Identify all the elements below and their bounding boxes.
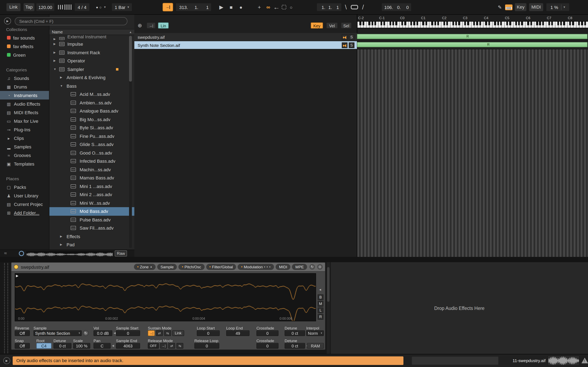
sidebar-item-audio-effects[interactable]: ▥Audio Effects — [0, 100, 49, 108]
browser-row-machin-ss-adv[interactable]: Machin...ss.adv — [49, 165, 134, 174]
black-key[interactable] — [485, 22, 487, 25]
black-key[interactable] — [548, 22, 550, 25]
keyboard-octave-c6[interactable]: C6 — [525, 15, 546, 33]
black-key[interactable] — [497, 22, 499, 25]
stop-button[interactable]: ■ — [227, 3, 235, 11]
octave-keys[interactable] — [483, 21, 504, 28]
sample-start-marker-icon[interactable]: ▶ — [16, 274, 18, 278]
black-key[interactable] — [371, 22, 373, 25]
keyboard-ruler[interactable]: C-2C-1C0C1C2C3C4C5C6C7C8 — [357, 15, 588, 33]
sidebar-item-drums[interactable]: ▦Drums — [0, 82, 49, 91]
position-segment[interactable]: 0. — [394, 5, 401, 9]
warning-triangle-icon[interactable] — [581, 358, 588, 363]
tempo-field[interactable]: 120.00 — [36, 3, 55, 11]
lin-button[interactable]: Lin — [158, 22, 169, 29]
clip-waveform-thumbnail[interactable] — [548, 356, 579, 366]
browser-row-sampler[interactable]: ▼Sampler — [49, 65, 134, 73]
control-value-snap[interactable]: Off — [15, 343, 30, 349]
control-value-scale[interactable]: 100 % — [73, 343, 90, 349]
control-value-sample[interactable]: Synth Note Section▾ — [34, 330, 82, 336]
tab-midi[interactable]: MIDI — [276, 264, 291, 270]
octave-keys[interactable] — [567, 21, 588, 28]
expand-arrow-icon[interactable]: ▶ — [53, 48, 56, 57]
selection-box-icon[interactable] — [281, 3, 287, 11]
black-key[interactable] — [530, 22, 532, 25]
browser-row-saw-fil-ass-adv[interactable]: Saw Fil...ass.adv — [49, 224, 134, 232]
expand-arrow-icon[interactable]: ▶ — [53, 35, 56, 40]
channel-button-b[interactable]: B — [318, 294, 323, 300]
sidebar-item-green[interactable]: Green — [0, 50, 49, 59]
browser-list-header[interactable]: Name▲ — [49, 29, 134, 35]
black-key[interactable] — [432, 22, 433, 25]
speaker-icon[interactable] — [342, 34, 347, 40]
black-key[interactable] — [369, 22, 370, 25]
sidebar-item-packs[interactable]: ▢Packs — [0, 183, 49, 191]
black-key[interactable] — [518, 22, 520, 25]
loop-forward-icon[interactable]: →| — [148, 330, 155, 336]
groove-amount-icon[interactable] — [57, 3, 73, 11]
black-key[interactable] — [488, 22, 490, 25]
arrangement-position-field[interactable]: 313.1.1 — [176, 3, 212, 11]
collapse-arrow-icon[interactable]: ▼ — [53, 65, 56, 73]
black-key[interactable] — [551, 22, 553, 25]
browser-row-pad[interactable]: ▶Pad — [49, 241, 134, 249]
sample-row-synth-note-section-aif[interactable]: Synth Note Section.aifS — [134, 41, 357, 49]
tap-tempo-button[interactable]: Tap — [23, 3, 35, 11]
black-key[interactable] — [563, 22, 565, 25]
scrollbar-thumb[interactable] — [327, 267, 329, 302]
channel-button-r[interactable]: R — [318, 314, 323, 320]
control-value-release-loop[interactable]: 0 — [194, 343, 219, 349]
device-chain-scrollbar[interactable] — [327, 262, 330, 354]
browser-row-big-mo-ss-adv[interactable]: Big Mo...ss.adv — [49, 115, 134, 124]
black-key[interactable] — [494, 22, 496, 25]
black-key[interactable] — [362, 22, 364, 25]
keyboard-octave-c-2[interactable]: C-2 — [357, 15, 378, 33]
preview-toggle-icon[interactable] — [19, 251, 24, 256]
quantize-menu[interactable]: 1 Bar▾ — [112, 3, 132, 11]
groove-pool-icon[interactable]: ≈ — [4, 250, 7, 256]
browser-row-mini-2-ass-adv[interactable]: Mini 2 ...ass.adv — [49, 191, 134, 199]
black-key[interactable] — [396, 22, 397, 25]
black-key[interactable] — [536, 22, 538, 25]
keyboard-octave-c2[interactable]: C2 — [441, 15, 462, 33]
octave-keys[interactable] — [504, 21, 525, 28]
tab-modulation[interactable]: ●Modulation● ● ● — [238, 264, 274, 270]
black-key[interactable] — [425, 22, 427, 25]
scrollbar-thumb[interactable] — [129, 36, 132, 82]
position-segment[interactable]: 1. — [189, 5, 199, 9]
key-zone-bar[interactable]: R — [357, 42, 588, 47]
control-value-root[interactable]: C4 — [36, 343, 52, 349]
control-value-detune[interactable]: 0 ct — [53, 343, 71, 349]
black-key[interactable] — [500, 22, 502, 25]
status-play-icon[interactable]: ▶ — [3, 357, 10, 364]
tab-zone[interactable]: ●Zone▲ — [134, 264, 156, 270]
computer-midi-keyboard-icon[interactable] — [505, 3, 513, 11]
keyboard-octave-c-1[interactable]: C-1 — [378, 15, 399, 33]
expand-arrow-icon[interactable]: ▶ — [53, 57, 56, 65]
tab-sample[interactable]: Sample — [157, 264, 177, 270]
follow-button[interactable]: →| — [163, 3, 173, 11]
browser-row-bass[interactable]: ▼Bass — [49, 82, 134, 90]
sidebar-item-max-for-live[interactable]: ▭Max for Live — [0, 117, 49, 125]
collapse-arrow-icon[interactable]: ▼ — [60, 82, 63, 90]
control-value-loop-start[interactable]: 0 — [197, 330, 220, 336]
browser-row-infected-bass-adv[interactable]: Infected Bass.adv — [49, 157, 134, 165]
punch-out-icon[interactable]: / — [361, 3, 365, 11]
sidebar-item-current-projec[interactable]: ▤Current Projec — [0, 200, 49, 208]
browser-row-impulse[interactable]: ▶Impulse — [49, 40, 134, 48]
expand-arrow-icon[interactable]: ▶ — [60, 73, 62, 82]
sort-arrow-icon[interactable]: ▲ — [129, 29, 132, 35]
position-segment[interactable]: 313. — [178, 5, 188, 9]
black-key[interactable] — [515, 22, 517, 25]
root-key-marker[interactable]: R — [487, 42, 490, 47]
key-zone-tab[interactable]: Key — [311, 22, 323, 29]
sidebar-item-samples[interactable]: ▂Samples — [0, 142, 49, 151]
control-value-sample-end[interactable]: 4063 — [116, 343, 140, 349]
black-key[interactable] — [374, 22, 376, 25]
sidebar-item-templates[interactable]: ▣Templates — [0, 159, 49, 168]
control-value-ram[interactable]: RAM — [307, 343, 324, 349]
octave-keys[interactable] — [378, 21, 399, 28]
position-segment[interactable]: 1. — [319, 5, 325, 9]
sidebar-item-fav-sounds[interactable]: fav sounds — [0, 33, 49, 42]
black-key[interactable] — [410, 22, 412, 25]
